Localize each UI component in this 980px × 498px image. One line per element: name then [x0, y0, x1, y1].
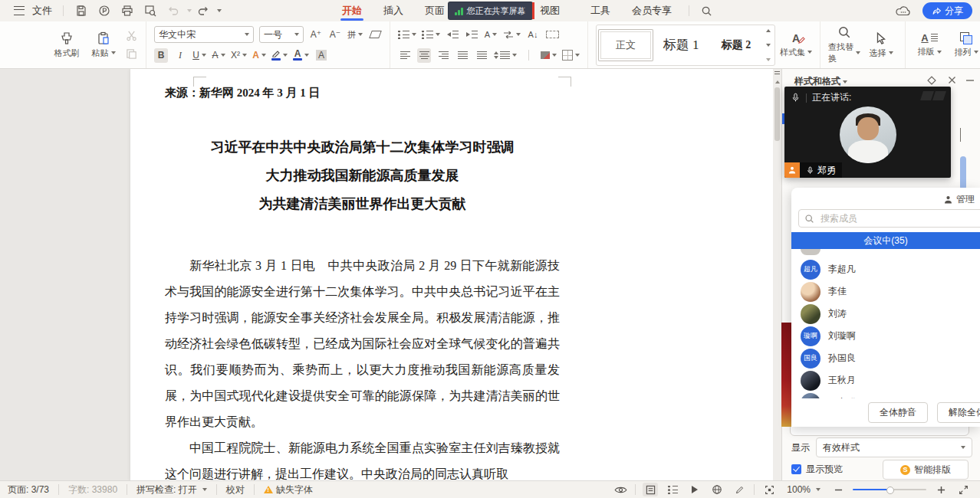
unmute-all-button[interactable]: 解除全体静音	[937, 402, 980, 423]
redo-button[interactable]	[197, 5, 209, 17]
numbered-list-button[interactable]	[422, 28, 440, 42]
scrollbar-thumb[interactable]	[774, 87, 780, 141]
distribute-button[interactable]	[475, 48, 488, 63]
underline-button[interactable]: U	[192, 48, 206, 63]
member-row[interactable]: 李佳	[801, 280, 969, 303]
increase-indent-button[interactable]	[465, 28, 478, 42]
search-icon[interactable]	[701, 5, 712, 17]
decrease-indent-button[interactable]	[446, 28, 459, 42]
bold-button[interactable]: B	[154, 48, 168, 63]
share-button[interactable]: 分享	[922, 2, 972, 19]
borders-button[interactable]	[562, 48, 580, 63]
titlebar-more-caret[interactable]	[217, 9, 222, 12]
annotate-pen-button[interactable]	[732, 483, 747, 496]
style-set-button[interactable]: A 样式集	[780, 25, 812, 65]
page-view-button[interactable]	[643, 483, 658, 496]
web-view-button[interactable]	[709, 483, 725, 496]
style-normal[interactable]: 正文	[598, 29, 653, 61]
member-row[interactable]: 王秋月	[801, 369, 969, 392]
zoom-slider[interactable]	[853, 489, 926, 490]
italic-button[interactable]: I	[173, 48, 187, 63]
file-menu-button[interactable]: 文件	[0, 2, 57, 20]
tab-view[interactable]: 视图	[529, 0, 571, 21]
font-color-button[interactable]: A	[293, 48, 309, 63]
align-center-button[interactable]	[417, 48, 431, 63]
highlight-color-button[interactable]	[271, 48, 288, 63]
text-effects-button[interactable]: A	[252, 48, 266, 63]
close-panel-icon[interactable]	[948, 76, 956, 84]
zoom-out-button[interactable]	[830, 483, 846, 496]
panel-scrollbar-thumb[interactable]	[960, 156, 966, 190]
undo-button[interactable]	[167, 5, 179, 17]
export-pdf-button[interactable]	[98, 5, 110, 17]
member-search-input[interactable]	[819, 212, 952, 224]
zoom-in-button[interactable]	[933, 483, 949, 496]
align-right-button[interactable]	[436, 48, 450, 63]
print-preview-button[interactable]	[144, 5, 156, 17]
page-indicator[interactable]: 页面: 3/73	[0, 483, 52, 496]
document-body[interactable]: 新华社北京 3 月 1 日电 中共中央政治局 2 月 29 日下午就新能源技术与…	[165, 253, 560, 481]
style-heading1[interactable]: 标题 1	[653, 29, 709, 61]
document-source-line[interactable]: 来源：新华网 2024 年 3 月 1 日	[165, 86, 321, 100]
collapse-panel-icon[interactable]	[965, 76, 975, 85]
zoom-level[interactable]: 100%	[784, 484, 824, 495]
format-painter-button[interactable]: 格式刷	[51, 25, 83, 65]
show-style-select[interactable]: 有效样式	[816, 437, 972, 457]
spellcheck-status[interactable]: 拼写检查: 打开	[133, 483, 210, 496]
undo-dropdown-caret[interactable]	[187, 9, 192, 12]
line-spacing-button[interactable]	[494, 48, 517, 63]
paragraph[interactable]: 新华社北京 3 月 1 日电 中共中央政治局 2 月 29 日下午就新能源技术与…	[165, 253, 560, 435]
member-search-box[interactable]	[798, 209, 980, 228]
justify-button[interactable]	[455, 48, 469, 63]
decrease-font-button[interactable]: A⁻	[328, 28, 342, 42]
align-left-button[interactable]	[398, 48, 412, 63]
shading-button[interactable]	[541, 48, 557, 63]
document-scrollbar[interactable]	[773, 69, 781, 481]
cut-icon[interactable]	[124, 28, 138, 43]
gallery-scroll-down[interactable]	[766, 44, 771, 47]
manage-members-button[interactable]: 管理	[943, 193, 978, 206]
member-row[interactable]: 国良孙国良	[801, 347, 969, 369]
copy-icon[interactable]	[124, 47, 138, 61]
strikethrough-button[interactable]: A	[212, 48, 225, 63]
tab-tools[interactable]: 工具	[580, 0, 621, 21]
word-count[interactable]: 字数: 33980	[65, 483, 120, 496]
superscript-button[interactable]: X²	[231, 48, 247, 63]
member-row[interactable]: 刘涛	[801, 303, 969, 325]
gallery-expand-button[interactable]	[766, 58, 771, 61]
document-title[interactable]: 习近平在中共中央政治局第十二次集体学习时强调 大力推动我国新能源高质量发展 为共…	[165, 133, 560, 218]
proofread-button[interactable]: 校对	[223, 483, 248, 496]
panel-scrollbar[interactable]	[960, 129, 968, 187]
member-row[interactable]: 超凡李超凡	[801, 258, 969, 280]
char-shading-button[interactable]: A	[314, 48, 328, 63]
clear-format-button[interactable]	[368, 28, 382, 42]
cloud-sync-icon[interactable]	[896, 5, 911, 16]
scrollbar-up-button[interactable]	[774, 78, 781, 85]
select-button[interactable]: 选择	[865, 25, 897, 65]
font-name-select[interactable]: 华文中宋	[154, 26, 254, 43]
meeting-video-window[interactable]: 正在讲话: 郑勇	[784, 87, 951, 178]
panel-scroll-up-icon[interactable]	[960, 128, 961, 142]
outline-view-button[interactable]	[665, 483, 680, 496]
document-page[interactable]: 来源：新华网 2024 年 3 月 1 日 习近平在中共中央政治局第十二次集体学…	[130, 69, 778, 481]
increase-font-button[interactable]: A⁺	[309, 28, 323, 42]
smart-typeset-button[interactable]: S 智能排版	[883, 460, 968, 480]
tab-stops-button[interactable]	[545, 28, 559, 42]
missing-font-warning[interactable]: 缺失字体	[261, 483, 316, 496]
sort-button[interactable]: A↓	[526, 28, 540, 42]
tab-member[interactable]: 会员专享	[621, 0, 682, 21]
paragraph[interactable]: 中国工程院院士、新能源电力系统全国重点实验室主任刘吉臻教授就这个问题进行讲解，提…	[165, 435, 560, 481]
tab-home[interactable]: 开始	[331, 0, 373, 21]
style-heading2[interactable]: 标题 2	[709, 29, 764, 61]
bullet-list-button[interactable]	[398, 28, 416, 42]
tab-insert[interactable]: 插入	[373, 0, 414, 21]
paste-button[interactable]: 粘贴	[87, 25, 120, 65]
mute-all-button[interactable]: 全体静音	[868, 402, 928, 423]
font-size-select[interactable]: 一号	[259, 26, 304, 43]
find-replace-button[interactable]: 查找替换	[828, 25, 860, 65]
char-scale-button[interactable]: A	[484, 28, 498, 42]
fit-page-button[interactable]	[761, 483, 777, 496]
eye-protection-icon[interactable]	[613, 483, 628, 496]
screen-sharing-badge[interactable]: 您正在共享屏幕	[449, 2, 532, 19]
zoom-slider-thumb[interactable]	[886, 487, 894, 494]
